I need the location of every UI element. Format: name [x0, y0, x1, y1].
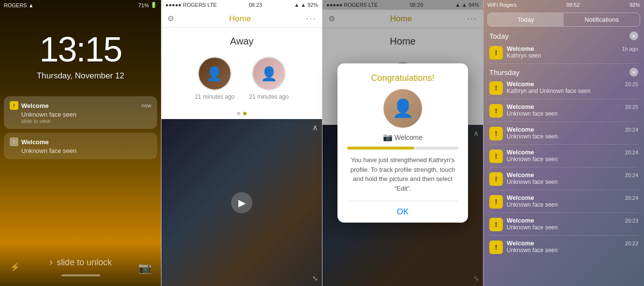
thursday-notif-time-4: 20:24	[625, 172, 638, 178]
thursday-notif-icon-3: !	[489, 150, 503, 163]
collapse-icon[interactable]: ∧	[312, 123, 318, 132]
today-notif-icon: !	[489, 46, 503, 60]
notif-divider-1	[489, 63, 638, 64]
dialog-body-text: You have just strengthened Kathryn's pro…	[347, 155, 458, 193]
thursday-notif-app-7: Welcome	[507, 240, 534, 247]
thursday-notif-2[interactable]: ! Welcome 20:24 Unknown face seen	[483, 123, 644, 143]
lock-status-right: 71% 🔋	[138, 2, 157, 8]
dialog-person-avatar: 👤	[383, 89, 422, 128]
away-person-2: 👤 21 minutes ago	[249, 57, 289, 100]
today-notif-item[interactable]: ! Welcome 1h ago Kathryn seen	[483, 42, 644, 62]
lock-notif-1-text: Unknown face seen	[10, 111, 151, 118]
thursday-notif-body-1: Welcome 20:25 Unknown face seen	[507, 103, 638, 117]
lock-notif-2-text: Unknown face seen	[10, 147, 151, 154]
thursday-notif-1[interactable]: ! Welcome 20:25 Unknown face seen	[483, 100, 644, 120]
away-video-bg: ▶	[161, 119, 322, 286]
away-time: 08:23	[249, 2, 262, 8]
camera-icon[interactable]: 📷	[138, 262, 151, 274]
thursday-notif-header-3: Welcome 20:24	[507, 149, 638, 156]
away-video-section[interactable]: ▶ ∧ ⤡	[161, 119, 322, 286]
dialog-camera-label: 📷 Welcome	[347, 133, 458, 142]
today-close-button[interactable]: ✕	[629, 31, 638, 40]
welcome-app-icon-2: !	[10, 137, 18, 146]
profile-strength-bar	[347, 147, 458, 150]
thursday-notif-icon-2: !	[489, 127, 503, 140]
away-people-row: 👤 21 minutes ago 👤 21 minutes ago	[161, 53, 322, 108]
thursday-notif-body-6: Welcome 20:23 Unknown face seen	[507, 217, 638, 231]
notif-div-4	[489, 190, 638, 190]
wifi-icon-2: ▲	[301, 2, 306, 8]
notif-div-1	[489, 121, 638, 122]
away-header-title: Home	[229, 14, 251, 24]
thursday-notif-4[interactable]: ! Welcome 20:24 Unknown face seen	[483, 168, 644, 189]
today-label: Today	[489, 32, 509, 40]
thursday-notif-header-2: Welcome 20:24	[507, 126, 638, 133]
more-options-icon[interactable]: ···	[306, 14, 316, 24]
thursday-notif-icon-6: !	[489, 218, 503, 231]
thursday-notif-time-7: 20:22	[625, 241, 638, 246]
lock-screen: ROGERS ▲ 71% 🔋 13:15 Thursday, November …	[0, 0, 161, 286]
tab-today[interactable]: Today	[488, 13, 564, 26]
carrier-dots: ●●●●●	[165, 2, 181, 8]
congratulations-dialog-overlay: Congratulations! 👤 📷 Welcome You have ju…	[322, 0, 483, 286]
lock-notifications: ! Welcome now Unknown face seen slide to…	[0, 90, 161, 165]
lock-notif-1-time: now	[142, 103, 151, 108]
thursday-notif-7[interactable]: ! Welcome 20:22 Unknown face seen	[483, 237, 644, 257]
avatar-woman-face: 👤	[253, 58, 285, 90]
away-person-1-avatar[interactable]: 👤	[198, 57, 232, 90]
status-right: ▲ ▲ 92%	[294, 2, 318, 8]
thursday-notif-time-5: 20:24	[625, 195, 638, 201]
notif-time: 09:52	[566, 2, 580, 8]
lock-carrier: ROGERS	[4, 2, 27, 8]
dialog-title: Congratulations!	[347, 73, 458, 83]
thursday-notif-icon-4: !	[489, 172, 503, 186]
lock-notification-2[interactable]: ! Welcome Unknown face seen	[4, 133, 157, 159]
battery-icon: 🔋	[150, 2, 157, 8]
thursday-close-button[interactable]: ✕	[629, 68, 638, 76]
thursday-notif-5[interactable]: ! Welcome 20:24 Unknown face seen	[483, 191, 644, 211]
thursday-notif-body-3: Welcome 20:24 Unknown face seen	[507, 149, 638, 163]
thursday-notif-time-1: 20:25	[625, 104, 638, 110]
lock-status-bar: ROGERS ▲ 71% 🔋	[0, 0, 161, 10]
thursday-notif-app-5: Welcome	[507, 194, 534, 201]
thursday-notif-body-4: Welcome 20:24 Unknown face seen	[507, 171, 638, 185]
lock-notif-2-header: ! Welcome	[10, 137, 151, 146]
away-person-2-avatar[interactable]: 👤	[252, 57, 286, 90]
dialog-ok-button[interactable]: OK	[347, 201, 458, 223]
lock-notif-2-app: Welcome	[21, 138, 49, 146]
today-notif-app: Welcome	[507, 45, 534, 52]
thursday-notif-app-2: Welcome	[507, 126, 534, 133]
thursday-notif-time-3: 20:24	[625, 150, 638, 155]
notif-div-3	[489, 167, 638, 167]
away-battery: 92%	[307, 2, 318, 8]
thursday-section-header: Thursday ✕	[483, 65, 644, 77]
notif-content: WiFi Rogers 09:52 92% Today Notification…	[483, 0, 644, 286]
today-section-header: Today ✕	[483, 30, 644, 42]
thursday-notif-6[interactable]: ! Welcome 20:23 Unknown face seen	[483, 214, 644, 234]
tab-notifications[interactable]: Notifications	[564, 13, 640, 26]
lock-notification-1[interactable]: ! Welcome now Unknown face seen slide to…	[4, 96, 157, 129]
profile-strength-fill	[347, 147, 414, 150]
lock-bottom-icons: ⚡ 📷	[0, 262, 161, 274]
notif-carrier: WiFi Rogers	[487, 2, 517, 8]
page-dot-2[interactable]	[243, 112, 247, 115]
thursday-notif-app-4: Welcome	[507, 171, 534, 179]
page-indicator	[161, 108, 322, 119]
away-carrier: ROGERS	[183, 2, 206, 8]
thursday-notif-3[interactable]: ! Welcome 20:24 Unknown face seen	[483, 146, 644, 166]
thursday-notif-body-7: Welcome 20:22 Unknown face seen	[507, 240, 638, 254]
lock-time: 13:15	[39, 30, 121, 69]
notif-div-2	[489, 144, 638, 145]
home-away-panel: ●●●●● ROGERS LTE 08:23 ▲ ▲ 92% ⚙ Home ··…	[161, 0, 322, 286]
expand-icon[interactable]: ⤡	[312, 274, 318, 282]
thursday-notif-header-7: Welcome 20:22	[507, 240, 638, 247]
welcome-app-icon-1: !	[10, 101, 18, 110]
lock-battery: 71%	[138, 2, 149, 8]
flashlight-icon: ⚡	[10, 262, 20, 274]
settings-icon[interactable]: ⚙	[167, 14, 174, 23]
thursday-notif-0[interactable]: ! Welcome 20:25 Kathryn and Unknown face…	[483, 77, 644, 98]
video-play-button[interactable]: ▶	[231, 192, 252, 213]
thursday-notif-text-2: Unknown face seen	[507, 133, 638, 140]
page-dot-1[interactable]	[237, 112, 240, 115]
home-indicator	[61, 274, 100, 276]
